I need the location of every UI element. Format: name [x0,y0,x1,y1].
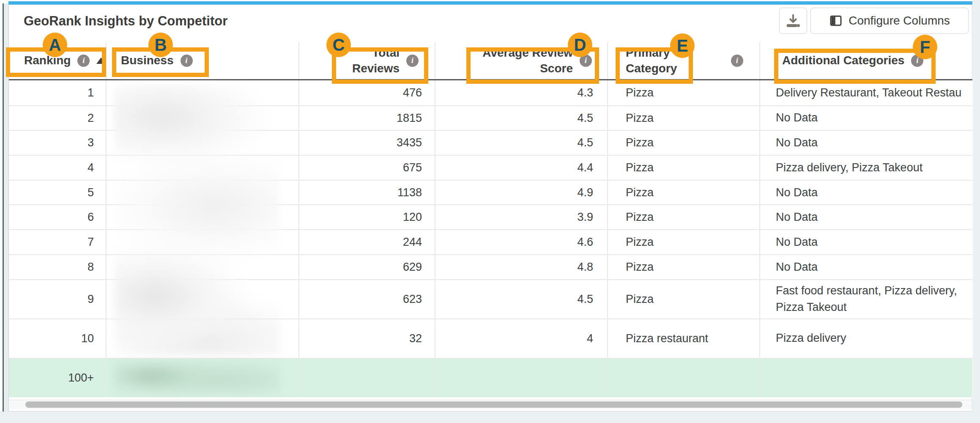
total-reviews-cell: 623 [299,280,435,319]
additional-categories-cell [760,359,972,397]
additional-categories-cell: Pizza delivery, Pizza Takeout [760,156,972,180]
average-review-score-cell: 4.5 [435,280,608,319]
ranking-cell: 4 [9,156,107,180]
annotation-badge-b: B [148,33,173,57]
primary-category-cell: Pizza [608,181,760,205]
total-reviews-cell: 675 [299,156,435,180]
annotation-badge-e: E [670,33,695,58]
average-review-score-cell: 4.4 [435,156,608,180]
page-background-bottom [0,412,980,423]
primary-category-cell: Pizza [608,80,760,105]
download-button[interactable] [779,8,807,34]
ranking-cell: 2 [9,106,107,130]
total-reviews-cell: 244 [299,230,435,254]
annotation-badge-d: D [568,33,592,57]
average-review-score-cell: 4.6 [435,230,608,254]
primary-category-cell: Pizza [608,280,760,319]
additional-categories-cell: No Data [760,181,972,205]
primary-category-cell: Pizza restaurant [608,319,760,358]
screenshot-stage: GeoRank Insights by Competitor Configure… [0,0,980,423]
primary-category-cell: Pizza [608,156,760,180]
additional-categories-cell: No Data [760,106,972,130]
primary-category-cell: Pizza [608,255,760,279]
additional-categories-cell: Delivery Restaurant, Takeout Restau [760,80,972,105]
blurred-business-name-highlight-row [114,360,280,395]
total-reviews-cell: 629 [299,255,435,279]
primary-category-cell: Pizza [608,131,760,155]
horizontal-scrollbar-thumb[interactable] [25,401,962,408]
primary-category-cell: Pizza [608,205,760,229]
download-icon [785,13,801,29]
page-title: GeoRank Insights by Competitor [24,14,227,29]
primary-category-cell: Pizza [608,106,760,130]
columns-icon [829,14,843,27]
average-review-score-cell: 4.5 [435,106,608,130]
additional-categories-cell: Fast food restaurant, Pizza delivery, Pi… [760,280,972,319]
ranking-cell: 6 [9,205,107,229]
average-review-score-cell: 3.9 [435,205,608,229]
ranking-cell: 8 [9,255,107,279]
configure-columns-button[interactable]: Configure Columns [810,8,969,34]
additional-categories-cell: No Data [760,131,972,155]
total-reviews-cell: 3435 [299,131,435,155]
annotation-badge-a: A [43,33,67,57]
card-top-accent-bar [8,1,972,5]
ranking-cell: 100+ [9,359,107,397]
page-background-right [973,0,980,412]
average-review-score-cell: 4.3 [435,80,608,105]
total-reviews-cell: 120 [299,205,435,229]
average-review-score-cell [435,359,608,397]
average-review-score-cell: 4.5 [435,131,608,155]
info-icon[interactable]: i [731,55,743,67]
annotation-badge-f: F [913,35,937,59]
ranking-cell: 1 [9,80,107,105]
total-reviews-cell: 476 [299,80,435,105]
total-reviews-cell: 1138 [299,181,435,205]
average-review-score-cell: 4.8 [435,255,608,279]
primary-category-cell [608,359,760,397]
annotation-box-additional-categories [774,49,936,84]
blurred-business-names [114,85,280,355]
ranking-cell: 5 [9,181,107,205]
configure-columns-label: Configure Columns [849,14,950,27]
additional-categories-cell: No Data [760,230,972,254]
total-reviews-cell: 1815 [299,106,435,130]
ranking-cell: 7 [9,230,107,254]
average-review-score-cell: 4.9 [435,181,608,205]
additional-categories-cell: No Data [760,205,972,229]
additional-categories-cell: Pizza delivery [760,319,972,358]
additional-categories-cell: No Data [760,255,972,279]
average-review-score-cell: 4 [435,319,608,358]
ranking-cell: 10 [9,319,107,358]
annotation-badge-c: C [326,33,351,57]
ranking-cell: 3 [9,131,107,155]
total-reviews-cell: 32 [299,319,435,358]
ranking-cell: 9 [9,280,107,319]
primary-category-cell: Pizza [608,230,760,254]
total-reviews-cell [299,359,435,397]
